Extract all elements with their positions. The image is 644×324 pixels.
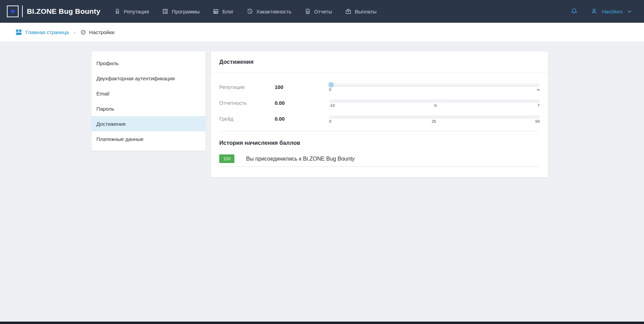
- metric-label: Репутация: [219, 83, 275, 90]
- nav-item-blog[interactable]: Блог: [213, 8, 233, 14]
- scale-label-mid: 0: [434, 103, 437, 108]
- nav-item-payouts[interactable]: Выплаты: [345, 8, 377, 14]
- history-icon: [247, 8, 253, 14]
- top-navbar: BI.ZONE Bug Bounty Репутация Программы Б…: [0, 0, 644, 23]
- nav-item-reputation[interactable]: Репутация: [114, 8, 149, 14]
- newspaper-icon: [213, 8, 219, 14]
- menu-item-2fa[interactable]: Двухфакторная аутентификация: [92, 71, 205, 86]
- history-entry-text: Вы присоединились к Bi.ZONE Bug Bounty: [246, 156, 355, 162]
- chevron-down-icon: [627, 9, 632, 14]
- nav-item-reports[interactable]: Отчеты: [305, 8, 332, 14]
- breadcrumb-separator-icon: ›: [74, 29, 75, 35]
- metric-row-reputation: Репутация 100 0 ∞: [219, 83, 540, 92]
- scale-label-min: -10: [329, 103, 335, 108]
- reporting-slider: -10 0 7: [329, 99, 540, 108]
- slider-scale: -10 0 7: [329, 103, 540, 108]
- briefcase-icon: [345, 8, 351, 14]
- breadcrumb-home[interactable]: Главная страница: [15, 29, 69, 36]
- scale-label-max: 7: [536, 103, 540, 108]
- logo-separator: [22, 6, 23, 17]
- brand-logo[interactable]: BI.ZONE Bug Bounty: [7, 6, 101, 17]
- gear-icon: ⚙: [80, 29, 86, 36]
- scale-label-max: 50: [535, 119, 540, 123]
- scale-label-min: 0: [329, 88, 332, 92]
- achievements-title: Достижения: [219, 59, 254, 65]
- nav-item-label: Отчеты: [314, 9, 332, 14]
- medal-icon: [114, 8, 120, 14]
- nav-item-label: Блог: [222, 9, 233, 14]
- achievements-body: Репутация 100 0 ∞ Отчетность 0.00: [211, 72, 548, 131]
- user-name: Han0ken: [602, 9, 623, 14]
- building-icon: [162, 8, 168, 14]
- slider-handle[interactable]: [328, 82, 334, 88]
- points-history-title: История начисления баллов: [219, 140, 540, 146]
- nav-item-label: Программы: [172, 9, 200, 14]
- nav-item-label: Репутация: [124, 9, 149, 14]
- menu-item-profile[interactable]: Профиль: [92, 55, 205, 71]
- points-badge: 100: [219, 154, 234, 163]
- dashboard-icon: [15, 29, 22, 36]
- user-menu[interactable]: Han0ken: [590, 8, 632, 15]
- breadcrumb: Главная страница › ⚙ Настройки: [0, 23, 644, 42]
- navbar-right: Han0ken: [570, 8, 632, 15]
- bug-icon: [10, 9, 15, 14]
- scale-label-mid: 25: [432, 119, 436, 123]
- grade-slider: 0 25 50: [329, 115, 540, 123]
- nav-item-programs[interactable]: Программы: [162, 8, 200, 14]
- nav-item-label: Хакактивность: [256, 9, 292, 14]
- menu-item-achievements[interactable]: Достижения: [92, 116, 205, 131]
- slider-scale: 0 25 50: [329, 119, 540, 123]
- achievements-header: Достижения: [211, 51, 548, 72]
- metric-value: 0.00: [275, 115, 329, 122]
- metric-row-reporting: Отчетность 0.00 -10 0 7: [219, 99, 540, 108]
- nav-item-label: Выплаты: [355, 9, 377, 14]
- main-content: Профиль Двухфакторная аутентификация Ema…: [0, 42, 644, 178]
- breadcrumb-home-link[interactable]: Главная страница: [25, 29, 69, 35]
- metric-label: Грейд: [219, 115, 275, 122]
- bell-icon[interactable]: [570, 8, 578, 15]
- bizone-logo-icon: [7, 6, 19, 17]
- nav-item-hackactivity[interactable]: Хакактивность: [247, 8, 292, 14]
- points-history: История начисления баллов 100 Вы присоед…: [211, 131, 548, 177]
- slider-track: [329, 83, 540, 87]
- report-icon: [305, 8, 311, 14]
- brand-title: BI.ZONE Bug Bounty: [27, 7, 101, 16]
- metric-value: 0.00: [275, 99, 329, 106]
- metric-row-grade: Грейд 0.00 0 25 50: [219, 115, 540, 123]
- menu-item-payment-details[interactable]: Платежные данные: [92, 131, 205, 146]
- main-nav: Репутация Программы Блог Хакактивность: [114, 8, 377, 14]
- history-entry: 100 Вы присоединились к Bi.ZONE Bug Boun…: [219, 154, 540, 167]
- achievements-card: Достижения Репутация 100 0 ∞ Отчетность: [211, 51, 548, 178]
- user-icon: [590, 8, 598, 15]
- settings-menu: Профиль Двухфакторная аутентификация Ema…: [91, 51, 206, 151]
- metric-value: 100: [275, 83, 329, 90]
- scale-label-min: 0: [329, 119, 332, 123]
- slider-scale: 0 ∞: [329, 88, 540, 92]
- scale-label-max: ∞: [536, 88, 540, 92]
- metric-label: Отчетность: [219, 99, 275, 106]
- breadcrumb-current: Настройки: [89, 29, 115, 35]
- slider-track: [329, 99, 540, 102]
- slider-track: [329, 115, 540, 118]
- footer-bar: [0, 322, 644, 324]
- reputation-slider: 0 ∞: [329, 83, 540, 92]
- menu-item-password[interactable]: Пароль: [92, 101, 205, 116]
- menu-item-email[interactable]: Email: [92, 86, 205, 101]
